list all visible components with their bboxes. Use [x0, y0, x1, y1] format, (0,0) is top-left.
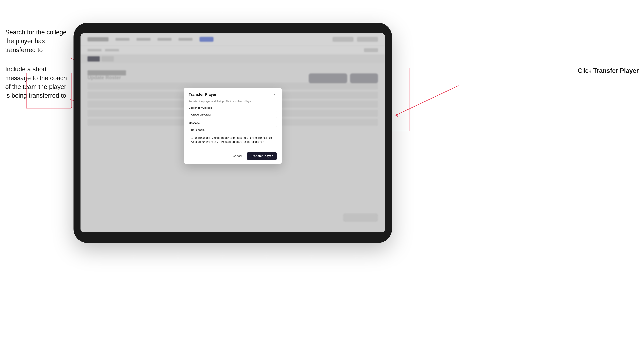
- modal-close-button[interactable]: ×: [272, 92, 277, 97]
- svg-marker-5: [396, 114, 398, 117]
- modal-overlay: Transfer Player × Transfer the player an…: [80, 33, 385, 232]
- search-college-input[interactable]: [189, 111, 277, 118]
- arrow-transfer: [394, 84, 460, 122]
- annotation-search-text: Search for the college the player has tr…: [5, 28, 72, 54]
- message-textarea[interactable]: Hi Coach, I understand Chris Robertson h…: [189, 126, 277, 143]
- search-college-label: Search for College: [189, 106, 277, 109]
- svg-line-4: [396, 86, 458, 115]
- transfer-player-modal: Transfer Player × Transfer the player an…: [184, 88, 282, 164]
- annotation-right-vline: [410, 68, 410, 131]
- annotation-left: Search for the college the player has tr…: [5, 28, 72, 111]
- modal-header: Transfer Player ×: [184, 88, 282, 100]
- message-label: Message: [189, 121, 277, 124]
- modal-subtitle: Transfer the player and their profile to…: [189, 100, 277, 103]
- annotation-message-text: Include a short message to the coach of …: [5, 65, 72, 100]
- modal-body: Transfer the player and their profile to…: [184, 100, 282, 149]
- annotation-right-text: Click Transfer Player: [572, 66, 639, 75]
- transfer-player-button[interactable]: Transfer Player: [247, 152, 277, 160]
- annotation-right: Click Transfer Player: [572, 66, 639, 75]
- modal-title: Transfer Player: [189, 92, 216, 97]
- cancel-button[interactable]: Cancel: [231, 153, 244, 159]
- tablet-frame: Update Roster Transfer Player × Transfer…: [74, 23, 392, 243]
- modal-footer: Cancel Transfer Player: [184, 149, 282, 164]
- tablet-screen: Update Roster Transfer Player × Transfer…: [80, 33, 385, 232]
